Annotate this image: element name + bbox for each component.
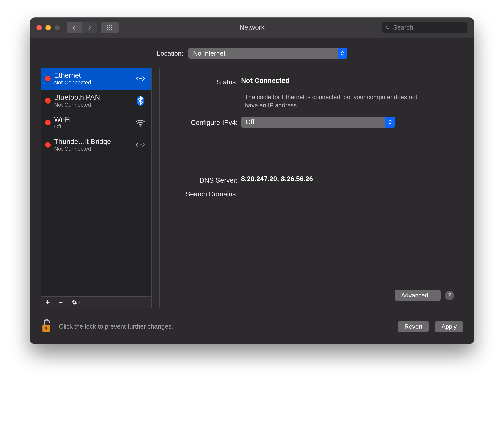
status-value: Not Connected bbox=[241, 77, 454, 85]
plus-icon bbox=[45, 300, 50, 305]
status-label: Status: bbox=[166, 77, 241, 86]
advanced-button[interactable]: Advanced… bbox=[395, 290, 441, 301]
service-list: Ethernet Not Connected Bluetooth PAN bbox=[41, 68, 151, 296]
help-button[interactable]: ? bbox=[445, 291, 454, 300]
service-status: Off bbox=[54, 123, 130, 130]
svg-rect-0 bbox=[107, 25, 108, 26]
status-dot-icon bbox=[45, 76, 51, 81]
back-button[interactable] bbox=[67, 22, 82, 33]
show-all-button[interactable] bbox=[100, 22, 119, 33]
network-preferences-window: Network Location: No Internet Ethernet bbox=[30, 18, 474, 344]
svg-rect-5 bbox=[111, 27, 112, 28]
svg-point-14 bbox=[139, 145, 140, 145]
apply-button[interactable]: Apply bbox=[435, 321, 463, 332]
location-value: No Internet bbox=[188, 50, 230, 57]
service-item-bluetooth-pan[interactable]: Bluetooth PAN Not Connected bbox=[41, 90, 151, 112]
wifi-icon bbox=[133, 116, 147, 130]
zoom-window-button bbox=[54, 25, 60, 30]
nav-back-forward bbox=[67, 22, 97, 33]
configure-ipv4-label: Configure IPv4: bbox=[166, 117, 241, 127]
chevron-left-icon bbox=[72, 25, 77, 30]
grid-icon bbox=[107, 25, 113, 31]
dropdown-stepper-icon bbox=[385, 117, 395, 128]
configure-ipv4-value: Off bbox=[241, 118, 259, 126]
gear-icon bbox=[72, 299, 77, 305]
service-name: Wi-Fi bbox=[54, 115, 130, 123]
location-dropdown[interactable]: No Internet bbox=[188, 48, 347, 59]
svg-rect-3 bbox=[107, 27, 108, 28]
ethernet-icon bbox=[133, 72, 147, 86]
svg-rect-23 bbox=[46, 328, 46, 330]
location-row: Location: No Internet bbox=[30, 38, 474, 68]
svg-point-13 bbox=[140, 126, 141, 127]
lock-button[interactable] bbox=[41, 318, 53, 335]
search-input[interactable] bbox=[393, 24, 464, 31]
chevron-right-icon bbox=[87, 25, 92, 30]
add-service-button[interactable] bbox=[41, 297, 54, 308]
chevron-down-icon bbox=[78, 301, 81, 304]
svg-point-15 bbox=[140, 145, 141, 145]
service-sidebar: Ethernet Not Connected Bluetooth PAN bbox=[41, 68, 152, 308]
close-window-button[interactable] bbox=[36, 25, 42, 30]
location-label: Location: bbox=[157, 50, 183, 57]
svg-rect-8 bbox=[111, 29, 112, 30]
status-help-text: The cable for Ethernet is connected, but… bbox=[245, 93, 426, 110]
svg-point-9 bbox=[139, 78, 140, 79]
svg-point-11 bbox=[141, 78, 142, 79]
status-dot-icon bbox=[45, 142, 51, 148]
forward-button bbox=[82, 22, 97, 33]
bluetooth-icon bbox=[133, 94, 147, 108]
svg-rect-6 bbox=[107, 29, 108, 30]
search-field[interactable] bbox=[382, 22, 468, 33]
detail-bottom-bar: Advanced… ? bbox=[166, 290, 454, 301]
svg-rect-1 bbox=[109, 25, 110, 26]
status-dot-icon bbox=[45, 120, 51, 125]
remove-service-button[interactable] bbox=[54, 297, 67, 308]
dns-row: DNS Server: 8.20.247.20, 8.26.56.26 bbox=[166, 175, 454, 184]
minus-icon bbox=[58, 300, 63, 305]
service-action-menu[interactable] bbox=[67, 297, 85, 308]
status-row: Status: Not Connected bbox=[166, 77, 454, 86]
svg-rect-7 bbox=[109, 29, 110, 30]
svg-point-10 bbox=[140, 78, 141, 79]
search-domains-row: Search Domains: bbox=[166, 189, 454, 198]
service-status: Not Connected bbox=[54, 102, 130, 108]
dropdown-stepper-icon bbox=[338, 48, 347, 59]
service-item-thunderbolt-bridge[interactable]: Thunde…lt Bridge Not Connected bbox=[41, 134, 151, 156]
configure-ipv4-dropdown[interactable]: Off bbox=[241, 117, 395, 128]
configure-ipv4-row: Configure IPv4: Off bbox=[166, 117, 454, 128]
service-name: Ethernet bbox=[54, 71, 130, 79]
svg-rect-4 bbox=[109, 27, 110, 28]
service-name: Thunde…lt Bridge bbox=[54, 138, 130, 146]
window-controls bbox=[36, 25, 60, 30]
revert-button[interactable]: Revert bbox=[398, 321, 429, 332]
body: Ethernet Not Connected Bluetooth PAN bbox=[30, 68, 474, 315]
unlocked-lock-icon bbox=[41, 318, 53, 333]
service-item-ethernet[interactable]: Ethernet Not Connected bbox=[41, 68, 151, 90]
service-status: Not Connected bbox=[54, 79, 130, 86]
search-icon bbox=[386, 25, 391, 30]
dns-value: 8.20.247.20, 8.26.56.26 bbox=[241, 175, 454, 183]
service-name: Bluetooth PAN bbox=[54, 93, 130, 102]
dns-label: DNS Server: bbox=[166, 175, 241, 184]
service-item-wifi[interactable]: Wi-Fi Off bbox=[41, 112, 151, 134]
svg-point-16 bbox=[141, 145, 142, 145]
thunderbolt-bridge-icon bbox=[133, 138, 147, 152]
titlebar: Network bbox=[30, 18, 474, 38]
service-status: Not Connected bbox=[54, 146, 130, 152]
sidebar-toolbar bbox=[41, 296, 151, 308]
svg-rect-2 bbox=[111, 25, 112, 26]
status-dot-icon bbox=[45, 98, 51, 104]
footer: Click the lock to prevent further change… bbox=[30, 315, 474, 344]
detail-panel: Status: Not Connected The cable for Ethe… bbox=[159, 68, 463, 308]
minimize-window-button[interactable] bbox=[45, 25, 51, 30]
search-domains-label: Search Domains: bbox=[166, 189, 241, 198]
lock-help-text: Click the lock to prevent further change… bbox=[59, 323, 173, 330]
